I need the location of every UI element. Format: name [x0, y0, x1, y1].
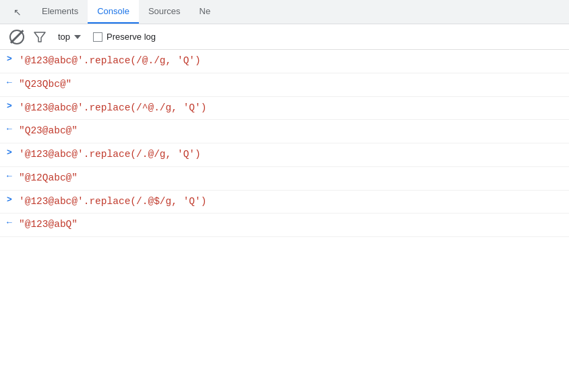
output-indicator: ← [0, 216, 19, 228]
filter-button[interactable] [31, 28, 49, 46]
context-label: top [58, 32, 70, 42]
context-selector[interactable]: top [54, 30, 85, 43]
input-indicator: > [0, 53, 19, 64]
context-dropdown-arrow [74, 35, 81, 39]
clear-icon [9, 30, 24, 44]
input-text: '@123@abc@'.replace(/.@/g, 'Q') [19, 146, 569, 164]
tab-cursor[interactable]: ↖ [5, 0, 32, 24]
console-output[interactable]: >'@123@abc@'.replace(/@./g, 'Q')←"Q23Qbc… [0, 50, 569, 392]
preserve-log-label: Preserve log [107, 32, 156, 42]
input-text: '@123@abc@'.replace(/.@$/g, 'Q') [19, 193, 569, 211]
input-text: '@123@abc@'.replace(/@./g, 'Q') [19, 53, 569, 70]
output-indicator: ← [0, 123, 19, 134]
tab-network[interactable]: Ne [190, 0, 220, 24]
svg-marker-1 [34, 32, 45, 42]
console-toolbar: top Preserve log [0, 24, 569, 50]
preserve-log-area: Preserve log [93, 32, 156, 42]
input-indicator: > [0, 100, 19, 111]
console-row: ←"Q23Qbc@" [0, 73, 569, 97]
console-row: >'@123@abc@'.replace(/@./g, 'Q') [0, 50, 569, 73]
console-row: >'@123@abc@'.replace(/^@./g, 'Q') [0, 97, 569, 121]
console-row: ←"Q23@abc@" [0, 120, 569, 143]
console-row: ←"@123@abQ" [0, 214, 569, 237]
output-text: "Q23Qbc@" [19, 76, 569, 94]
console-row: >'@123@abc@'.replace(/.@/g, 'Q') [0, 143, 569, 167]
console-row: ←"@12Qabc@" [0, 167, 569, 191]
tab-console[interactable]: Console [88, 0, 139, 24]
tab-elements[interactable]: Elements [32, 0, 88, 24]
clear-console-button[interactable] [8, 28, 26, 46]
tab-sources[interactable]: Sources [139, 0, 190, 24]
output-text: "@123@abQ" [19, 216, 569, 234]
input-indicator: > [0, 146, 19, 158]
console-row: >'@123@abc@'.replace(/.@$/g, 'Q') [0, 191, 569, 214]
output-text: "@12Qabc@" [19, 170, 569, 187]
cursor-icon: ↖ [12, 5, 26, 18]
output-indicator: ← [0, 170, 19, 181]
input-text: '@123@abc@'.replace(/^@./g, 'Q') [19, 100, 569, 117]
output-indicator: ← [0, 76, 19, 88]
input-indicator: > [0, 193, 19, 205]
tab-bar: ↖ Elements Console Sources Ne [0, 0, 569, 24]
preserve-log-checkbox[interactable] [93, 32, 102, 42]
svg-text:↖: ↖ [13, 7, 22, 18]
filter-icon [34, 31, 46, 43]
output-text: "Q23@abc@" [19, 123, 569, 140]
